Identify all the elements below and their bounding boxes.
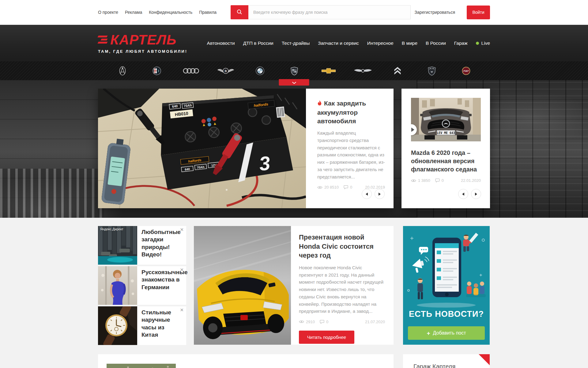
- fire-icon: [317, 100, 322, 108]
- brand-logo-fiat[interactable]: FIAT: [456, 64, 476, 78]
- nav-autonews[interactable]: Автоновости: [207, 40, 235, 46]
- comments-count: 0: [435, 178, 444, 183]
- corner-ribbon: [479, 354, 490, 365]
- video-carousel-controls: [458, 189, 481, 199]
- page: О проекте Реклама Конфиденциальность Пра…: [0, 0, 588, 368]
- chevron-down-icon: [292, 80, 296, 85]
- add-post-banner: ЕСТЬ НОВОСТИ? + Добавить пост: [403, 226, 490, 345]
- video-thumbnail[interactable]: LEV ME 643: [411, 98, 481, 141]
- nav-garage[interactable]: Гараж: [454, 40, 468, 46]
- brand-logo-chrysler[interactable]: [353, 64, 373, 78]
- eye-icon: [299, 320, 304, 324]
- site-logo[interactable]: КАРТЕЛЬ ТАМ, ГДЕ ЛЮБЯТ АВТОМОБИЛИ!: [98, 33, 187, 54]
- brand-logo-citroen[interactable]: [388, 64, 407, 78]
- live-dot-icon: [476, 42, 479, 45]
- carousel-next-button[interactable]: [375, 189, 385, 199]
- ad-item-dating[interactable]: Русскоязычные знакомства в Германии ✕: [98, 266, 186, 305]
- hero-slider: 640 70Ah HB010 halfords halfords: [98, 89, 394, 208]
- topbar-links: О проекте Реклама Конфиденциальность Пра…: [98, 10, 217, 15]
- login-button[interactable]: Войти: [467, 6, 490, 19]
- hero-article-card: Как зарядить аккумулятор автомобиля Кажд…: [306, 89, 394, 208]
- brand-logo-cadillac[interactable]: [285, 64, 304, 78]
- video-meta: 1 3850 0 22.01.2020: [411, 178, 481, 183]
- logo-text: КАРТЕЛЬ: [110, 33, 176, 47]
- hero-slide-image[interactable]: 640 70Ah HB010 halfords halfords: [98, 89, 306, 208]
- views-count: 1 3850: [411, 178, 430, 183]
- nav-testdrives[interactable]: Тест-драйвы: [282, 40, 310, 46]
- news-list-card: Задержание пермского лихача попало на ви…: [98, 354, 394, 368]
- search-icon: [237, 9, 242, 16]
- ad-image-watch[interactable]: [98, 306, 137, 345]
- svg-text:640: 640: [185, 167, 190, 171]
- link-about[interactable]: О проекте: [98, 10, 118, 15]
- svg-text:640: 640: [172, 104, 178, 109]
- nav-russia[interactable]: В России: [426, 40, 446, 46]
- brand-logo-bentley[interactable]: B: [216, 64, 236, 78]
- brands-collapse-tab[interactable]: [279, 79, 309, 86]
- main-nav: Автоновости ДТП в России Тест-драйвы Зап…: [207, 40, 490, 46]
- brand-logo-audi[interactable]: [181, 64, 201, 78]
- link-rules[interactable]: Правила: [199, 10, 217, 15]
- banner-title: ЕСТЬ НОВОСТИ?: [403, 309, 490, 319]
- eye-icon: [317, 186, 322, 189]
- ad-close-icon[interactable]: ✕: [180, 226, 184, 233]
- eye-icon: [411, 179, 416, 182]
- ad-title[interactable]: Любопытные загадки природы! Видео!: [137, 226, 186, 265]
- svg-text:FIAT: FIAT: [463, 70, 469, 72]
- brand-logo-acura[interactable]: [113, 64, 132, 78]
- ad-title[interactable]: Стильные наручные часы из Китая: [137, 306, 186, 345]
- person-sitting-on-phone: [463, 235, 469, 252]
- search-input[interactable]: [248, 5, 411, 19]
- read-more-button[interactable]: Читать подробнее: [299, 331, 354, 344]
- nav-parts-service[interactable]: Запчасти и сервис: [318, 40, 359, 46]
- search-bar: [231, 5, 411, 19]
- publish-date: 22.01.2020: [461, 178, 481, 183]
- ad-item-nature[interactable]: Яндекс.Директ Любопытные загадки природы…: [98, 226, 186, 265]
- add-post-button[interactable]: + Добавить пост: [408, 326, 485, 340]
- ad-item-watches[interactable]: Стильные наручные часы из Китая ✕: [98, 306, 186, 345]
- content-section: Яндекс.Директ Любопытные загадки природы…: [0, 218, 588, 368]
- feature-article-meta: 2910 0 21.07.2020: [299, 320, 385, 324]
- garage-widget-title: Гараж Картеля: [413, 363, 490, 368]
- site-header: КАРТЕЛЬ ТАМ, ГДЕ ЛЮБЯТ АВТОМОБИЛИ! Автон…: [0, 25, 588, 61]
- news-thumbnail[interactable]: [107, 364, 176, 368]
- ad-provider-label: Яндекс.Директ: [100, 227, 123, 231]
- ad-image-woman[interactable]: [98, 266, 137, 305]
- register-link[interactable]: Зарегистрироваться: [415, 10, 455, 15]
- comment-icon: [320, 320, 324, 324]
- nav-accidents[interactable]: ДТП в России: [243, 40, 273, 46]
- person-standing-left: [417, 278, 423, 299]
- nav-world[interactable]: В мире: [402, 40, 417, 46]
- brand-logo-chevrolet[interactable]: [319, 64, 338, 78]
- carousel-prev-button[interactable]: [362, 189, 372, 199]
- feature-article-card: Презентация новой Honda Civic состоится …: [194, 226, 394, 345]
- comments-count: 0: [320, 320, 328, 324]
- ad-close-icon[interactable]: ✕: [180, 266, 184, 273]
- nav-interesting[interactable]: Интересное: [367, 40, 394, 46]
- carousel-prev-button[interactable]: [458, 189, 468, 199]
- views-count: 20 8510: [317, 185, 339, 190]
- hero-article-title[interactable]: Как зарядить аккумулятор автомобиля: [317, 99, 385, 125]
- carousel-next-button[interactable]: [471, 189, 481, 199]
- arrow-right-icon: [379, 193, 381, 196]
- brand-logos-strip: B FIAT: [0, 61, 588, 80]
- link-advertising[interactable]: Реклама: [125, 10, 142, 15]
- ad-close-icon[interactable]: ✕: [180, 307, 184, 313]
- topbar: О проекте Реклама Конфиденциальность Пра…: [0, 0, 588, 25]
- link-privacy[interactable]: Конфиденциальность: [149, 10, 192, 15]
- arrow-left-icon: [366, 193, 368, 196]
- ads-column: Яндекс.Директ Любопытные загадки природы…: [98, 226, 186, 345]
- nav-live[interactable]: Live: [476, 40, 490, 46]
- comments-count: 0: [344, 185, 352, 190]
- ad-image-cave[interactable]: Яндекс.Директ: [98, 226, 137, 265]
- video-title[interactable]: Mazda 6 2020 года – обновленная версия ф…: [411, 149, 481, 174]
- brand-logo-dodge[interactable]: [422, 64, 442, 78]
- arrow-right-icon: [475, 193, 477, 196]
- feature-article-title[interactable]: Презентация новой Honda Civic состоится …: [299, 233, 385, 260]
- search-button[interactable]: [231, 5, 248, 19]
- news-item-title[interactable]: Задержание пермского лихача попало на ви…: [185, 364, 338, 368]
- brand-logo-alfa-romeo[interactable]: [147, 64, 167, 78]
- people-group-right: [466, 282, 486, 297]
- feature-article-image[interactable]: [194, 226, 291, 345]
- brand-logo-bmw[interactable]: [250, 64, 270, 78]
